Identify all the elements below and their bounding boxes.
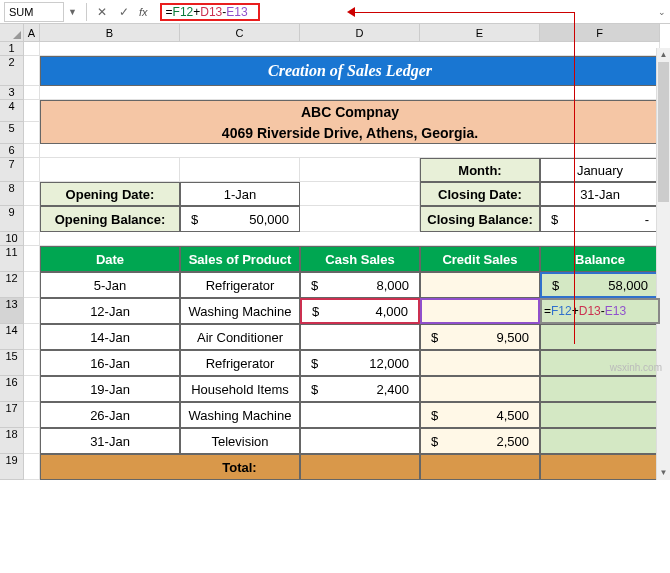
cell[interactable]: [24, 350, 40, 376]
col-header-f[interactable]: F: [540, 24, 660, 42]
select-all-corner[interactable]: [0, 24, 24, 42]
cell[interactable]: [40, 86, 660, 100]
table-cell-balance[interactable]: [540, 428, 660, 454]
opening-balance-label[interactable]: Opening Balance:: [40, 206, 180, 232]
table-cell-credit[interactable]: [420, 350, 540, 376]
table-cell-date[interactable]: 5-Jan: [40, 272, 180, 298]
row-header-17[interactable]: 17: [0, 402, 24, 428]
cell[interactable]: [40, 144, 660, 158]
row-header-15[interactable]: 15: [0, 350, 24, 376]
table-cell-balance[interactable]: [540, 402, 660, 428]
table-cell-credit[interactable]: $4,500: [420, 402, 540, 428]
row-header-18[interactable]: 18: [0, 428, 24, 454]
cell[interactable]: [24, 454, 40, 480]
row-header-11[interactable]: 11: [0, 246, 24, 272]
fx-icon[interactable]: fx: [139, 6, 148, 18]
scroll-up-icon[interactable]: ▲: [657, 48, 670, 62]
row-header-12[interactable]: 12: [0, 272, 24, 298]
month-label[interactable]: Month:: [420, 158, 540, 182]
total-label-cell[interactable]: [40, 454, 180, 480]
confirm-icon[interactable]: ✓: [115, 3, 133, 21]
header-product[interactable]: Sales of Product: [180, 246, 300, 272]
total-balance[interactable]: [540, 454, 660, 480]
header-date[interactable]: Date: [40, 246, 180, 272]
cell[interactable]: [24, 56, 40, 86]
cell[interactable]: [24, 232, 40, 246]
table-cell-product[interactable]: Air Conditioner: [180, 324, 300, 350]
cell[interactable]: [24, 246, 40, 272]
row-header-7[interactable]: 7: [0, 158, 24, 182]
row-header-2[interactable]: 2: [0, 56, 24, 86]
cell[interactable]: [180, 158, 300, 182]
table-cell-cash[interactable]: [300, 324, 420, 350]
opening-date-value[interactable]: 1-Jan: [180, 182, 300, 206]
col-header-c[interactable]: C: [180, 24, 300, 42]
table-cell-credit[interactable]: [420, 272, 540, 298]
row-header-8[interactable]: 8: [0, 182, 24, 206]
table-cell-date[interactable]: 12-Jan: [40, 298, 180, 324]
table-cell-balance[interactable]: [540, 376, 660, 402]
table-cell-credit-e13[interactable]: [420, 298, 540, 324]
total-cash[interactable]: [300, 454, 420, 480]
cell[interactable]: [24, 402, 40, 428]
opening-balance-value[interactable]: $50,000: [180, 206, 300, 232]
cell[interactable]: [24, 144, 40, 158]
table-cell-cash[interactable]: $12,000: [300, 350, 420, 376]
table-cell-cash[interactable]: $2,400: [300, 376, 420, 402]
cell[interactable]: [300, 206, 420, 232]
row-header-5[interactable]: 5: [0, 122, 24, 144]
closing-balance-value[interactable]: $-: [540, 206, 660, 232]
cell[interactable]: [24, 158, 40, 182]
table-cell-product[interactable]: Washing Machine: [180, 298, 300, 324]
table-cell-date[interactable]: 16-Jan: [40, 350, 180, 376]
cell[interactable]: [24, 428, 40, 454]
closing-date-value[interactable]: 31-Jan: [540, 182, 660, 206]
row-header-19[interactable]: 19: [0, 454, 24, 480]
table-cell-balance-editing[interactable]: =F12+D13-E13: [540, 298, 660, 324]
table-cell-product[interactable]: Television: [180, 428, 300, 454]
table-cell-date[interactable]: 31-Jan: [40, 428, 180, 454]
header-cash[interactable]: Cash Sales: [300, 246, 420, 272]
col-header-e[interactable]: E: [420, 24, 540, 42]
row-header-4[interactable]: 4: [0, 100, 24, 122]
cell[interactable]: [24, 42, 40, 56]
row-header-9[interactable]: 9: [0, 206, 24, 232]
table-cell-credit[interactable]: $2,500: [420, 428, 540, 454]
cell[interactable]: [24, 324, 40, 350]
row-header-10[interactable]: 10: [0, 232, 24, 246]
closing-balance-label[interactable]: Closing Balance:: [420, 206, 540, 232]
cell[interactable]: [24, 86, 40, 100]
name-box[interactable]: SUM: [4, 2, 64, 22]
table-cell-date[interactable]: 26-Jan: [40, 402, 180, 428]
table-cell-cash-d13[interactable]: $4,000: [300, 298, 420, 324]
total-label[interactable]: Total:: [180, 454, 300, 480]
col-header-a[interactable]: A: [24, 24, 40, 42]
table-cell-balance[interactable]: [540, 324, 660, 350]
col-header-d[interactable]: D: [300, 24, 420, 42]
cell[interactable]: [40, 42, 660, 56]
cell[interactable]: [24, 376, 40, 402]
table-cell-product[interactable]: Household Items: [180, 376, 300, 402]
title-band[interactable]: Creation of Sales Ledger: [40, 56, 660, 86]
month-value[interactable]: January: [540, 158, 660, 182]
row-header-14[interactable]: 14: [0, 324, 24, 350]
cell[interactable]: [24, 122, 40, 144]
scroll-down-icon[interactable]: ▼: [657, 466, 670, 480]
vertical-scrollbar[interactable]: ▲ ▼: [656, 48, 670, 480]
cancel-icon[interactable]: ✕: [93, 3, 111, 21]
table-cell-cash[interactable]: [300, 402, 420, 428]
name-box-dropdown-icon[interactable]: ▼: [68, 7, 82, 17]
company-address[interactable]: 4069 Riverside Drive, Athens, Georgia.: [40, 122, 660, 144]
total-credit[interactable]: [420, 454, 540, 480]
table-cell-cash[interactable]: $8,000: [300, 272, 420, 298]
row-header-3[interactable]: 3: [0, 86, 24, 100]
cell[interactable]: [24, 206, 40, 232]
row-header-1[interactable]: 1: [0, 42, 24, 56]
table-cell-product[interactable]: Washing Machine: [180, 402, 300, 428]
table-cell-product[interactable]: Refrigerator: [180, 272, 300, 298]
opening-date-label[interactable]: Opening Date:: [40, 182, 180, 206]
table-cell-product[interactable]: Refrigerator: [180, 350, 300, 376]
row-header-6[interactable]: 6: [0, 144, 24, 158]
cell[interactable]: [300, 182, 420, 206]
cell[interactable]: [40, 158, 180, 182]
